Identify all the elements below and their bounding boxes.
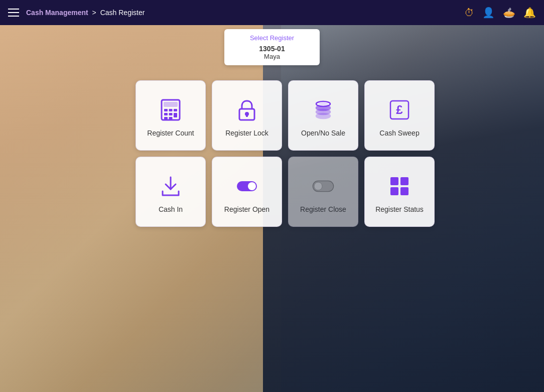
svg-point-17	[318, 102, 328, 105]
register-name: Maya	[244, 53, 300, 60]
register-lock-label: Register Lock	[225, 129, 268, 138]
svg-rect-9	[169, 117, 173, 119]
toggle-on-icon	[233, 172, 261, 200]
register-status-label: Register Status	[375, 205, 424, 214]
svg-rect-5	[164, 113, 168, 115]
action-grid: Register Count Register Lock Open/No Sal…	[135, 80, 435, 227]
pound-icon: £	[385, 96, 414, 124]
register-count-card[interactable]: Register Count	[135, 80, 206, 151]
cash-in-label: Cash In	[159, 205, 183, 214]
navbar: Cash Management > Cash Register ⏱ 👤 🥧 🔔	[0, 0, 544, 25]
svg-rect-28	[400, 187, 409, 195]
breadcrumb-current: Cash Register	[100, 9, 145, 17]
svg-rect-1	[164, 102, 177, 106]
select-register-dropdown[interactable]: Select Register 1305-01 Maya	[224, 29, 320, 65]
calculator-icon	[157, 96, 185, 124]
hamburger-menu[interactable]	[8, 9, 19, 17]
open-no-sale-card[interactable]: Open/No Sale	[288, 80, 358, 151]
register-id: 1305-01	[244, 45, 300, 53]
register-count-label: Register Count	[147, 129, 194, 138]
register-status-card[interactable]: Register Status	[364, 157, 435, 227]
cash-sweep-label: Cash Sweep	[379, 129, 419, 138]
breadcrumb-link[interactable]: Cash Management	[26, 9, 88, 17]
svg-point-21	[248, 182, 256, 190]
register-open-card[interactable]: Register Open	[212, 157, 282, 227]
bell-icon[interactable]: 🔔	[523, 7, 536, 19]
register-open-label: Register Open	[224, 205, 269, 214]
svg-text:£: £	[396, 103, 403, 116]
cash-sweep-card[interactable]: £ Cash Sweep	[364, 80, 435, 151]
lock-icon	[233, 96, 261, 124]
breadcrumb-separator: >	[92, 9, 96, 17]
download-tray-icon	[157, 172, 185, 200]
register-lock-card[interactable]: Register Lock	[212, 80, 282, 151]
toggle-off-icon	[309, 172, 337, 200]
select-register-label: Select Register	[244, 34, 300, 42]
svg-rect-27	[390, 187, 398, 195]
chart-icon[interactable]: 🥧	[503, 7, 515, 19]
cash-in-card[interactable]: Cash In	[135, 157, 206, 227]
svg-rect-6	[169, 113, 173, 115]
svg-rect-7	[174, 113, 177, 117]
svg-rect-26	[400, 177, 409, 185]
svg-point-24	[314, 182, 322, 190]
svg-rect-4	[174, 109, 177, 111]
grid-icon	[385, 172, 414, 200]
breadcrumb: Cash Management > Cash Register	[26, 9, 145, 17]
coins-icon	[309, 96, 337, 124]
svg-rect-12	[246, 114, 248, 117]
svg-rect-8	[164, 117, 168, 119]
user-icon[interactable]: 👤	[482, 7, 495, 19]
register-close-card[interactable]: Register Close	[288, 157, 358, 227]
navbar-right: ⏱ 👤 🥧 🔔	[464, 7, 536, 19]
open-no-sale-label: Open/No Sale	[301, 129, 345, 138]
clock-icon[interactable]: ⏱	[464, 7, 474, 19]
svg-rect-25	[390, 177, 398, 185]
register-close-label: Register Close	[300, 205, 346, 214]
navbar-left: Cash Management > Cash Register	[8, 9, 145, 17]
svg-rect-3	[169, 109, 173, 111]
svg-rect-2	[164, 109, 168, 111]
